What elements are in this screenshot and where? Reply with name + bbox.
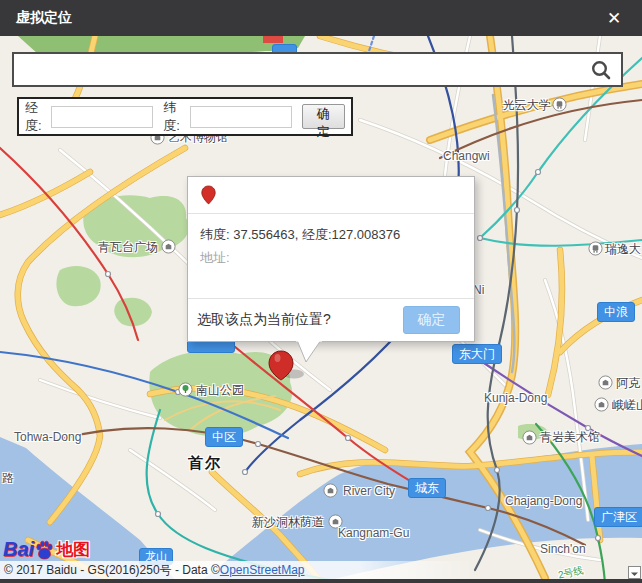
search-button[interactable] [581,54,621,85]
district-badge: 中浪 [597,302,635,322]
window-bottom-edge [0,579,642,583]
map-label: Chajang-Dong [505,494,582,508]
search-bar [12,52,623,87]
map-label: 阿克 [616,376,640,390]
venue-icon [161,239,176,254]
dialog-title: 虚拟定位 [16,9,72,27]
district-badge: 东大门 [452,344,502,364]
map-label: Kangnam-Gu [338,526,409,540]
latitude-input[interactable] [190,106,292,128]
title-bar: 虚拟定位 ✕ [0,0,642,36]
park-icon [178,382,193,397]
map-label: 瑞逸大 [605,242,641,256]
baidu-paw-icon [34,540,55,561]
map-label: 峨嵯山 [612,398,642,412]
venue-icon [323,483,338,498]
popup-header [188,177,474,214]
map-label: 路 [2,471,14,485]
popup-question: 选取该点为当前位置? [197,311,331,329]
popup-coordinates: 纬度: 37.556463, 经度:127.008376 [200,226,462,244]
venue-icon [594,397,609,412]
map-label: 青瓦台广场 [98,240,158,254]
district-badge: 广津区 [594,507,642,527]
map-label: Tohwa-Dong [14,430,81,444]
attribution-bar: © 2017 Baidu - GS(2016)250号 - Data © Ope… [0,561,474,579]
baidu-logo-text: Bai [3,538,34,561]
pin-icon [201,185,216,205]
copyright-text: © 2017 Baidu - GS(2016)250号 - Data © [4,562,220,579]
popup-confirm-button[interactable]: 确定 [403,306,460,334]
map-label: 南山公园 [196,383,244,397]
map-label: 新沙洞林荫道 [252,515,324,529]
popup-footer: 选取该点为当前位置? 确定 [188,298,474,341]
venue-icon [598,375,613,390]
virtual-location-dialog: 光云大学 Changwi 瑞逸大 中浪 东大门 Kunja-Dong 阿克 峨嵯… [0,0,642,583]
district-badge: 中区 [205,427,243,447]
arrow-icon [631,569,638,576]
popup-tail [295,340,323,364]
search-icon [590,59,612,81]
district-badge: 城东 [408,478,446,498]
search-input[interactable] [14,54,581,85]
map-label: 光云大学 [503,98,551,112]
map-label: 青岩美术馆 [540,430,600,444]
coordinate-panel: 经度: 纬度: 确定 [17,97,353,136]
metro-icon [588,241,603,256]
popup-body: 纬度: 37.556463, 经度:127.008376 地址: [188,214,474,298]
close-button[interactable]: ✕ [598,0,630,36]
map-label: Changwi [443,149,490,163]
popup-address: 地址: [200,249,462,267]
map-arrow-control[interactable] [628,566,641,579]
baidu-logo: Bai 地图 [3,538,90,561]
latitude-label: 纬度: [163,99,187,135]
location-popup: 纬度: 37.556463, 经度:127.008376 地址: 选取该点为当前… [187,176,475,342]
osm-link[interactable]: OpenStreetMap [220,563,305,577]
map-label: River City [343,484,395,498]
longitude-input[interactable] [51,106,153,128]
map-label: Kunja-Dong [484,391,547,405]
coord-confirm-button[interactable]: 确定 [302,104,345,129]
longitude-label: 经度: [25,99,49,135]
metro-icon [552,97,567,112]
map-label: Sinch'on [540,542,586,556]
city-label: 首尔 [188,456,222,470]
baidu-logo-map-text: 地图 [56,538,90,561]
venue-icon [522,430,537,445]
